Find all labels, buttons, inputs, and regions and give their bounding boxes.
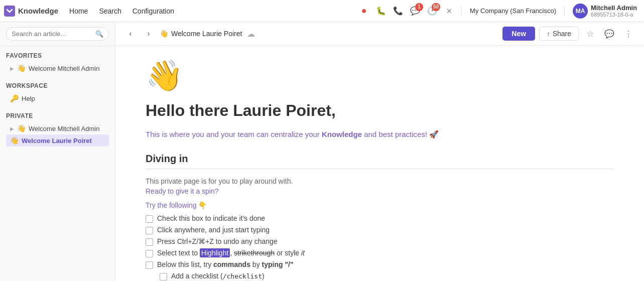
share-icon: ↑ xyxy=(547,30,550,38)
search-icon: 🔍 xyxy=(95,30,103,38)
nav-search[interactable]: Search xyxy=(94,5,126,17)
checkbox-1[interactable] xyxy=(146,227,153,234)
checklist-item-0: Check this box to indicate it's done xyxy=(146,214,614,223)
user-menu[interactable]: MA Mitchell Admin 68955713-18-0-a xyxy=(570,3,640,20)
checkbox-2[interactable] xyxy=(146,238,153,246)
sub-item-0: Add a checklist (/checklist) xyxy=(160,272,614,280)
more-button[interactable]: ⋮ xyxy=(621,26,636,41)
private-section: Private ▶ 👋 Welcome Mitchell Admin 👋 Wel… xyxy=(0,106,115,149)
main-menu: Home Search Configuration xyxy=(64,5,179,17)
back-button[interactable]: ‹ xyxy=(123,27,138,41)
main-layout: 🔍 Favorites ▶ 👋 Welcome Mitchell Admin W… xyxy=(0,22,644,281)
highlight-text: Highlight xyxy=(200,248,230,257)
checklist-text-4: Below this list, try commands by typing … xyxy=(157,260,294,268)
checklist-item-2: Press Ctrl+Z/⌘+Z to undo any change xyxy=(146,237,614,246)
sidebar-item-help[interactable]: 🔑 Help xyxy=(6,92,109,104)
dot-status-icon[interactable]: ● xyxy=(357,4,371,18)
app-name: Knowledge xyxy=(18,7,58,15)
emoji-0: 👋 xyxy=(17,124,26,132)
clock-badge: 50 xyxy=(432,3,440,11)
app-logo-icon xyxy=(4,6,15,17)
bug-icon[interactable]: 🐛 xyxy=(374,4,388,18)
checklist-text-1: Click anywhere, and just start typing xyxy=(157,226,270,234)
checklist-item-1: Click anywhere, and just start typing xyxy=(146,226,614,234)
user-info: Mitchell Admin 68955713-18-0-a xyxy=(591,4,637,18)
section-title: Diving in xyxy=(146,153,614,165)
strikethrough-text: strikethrough xyxy=(234,249,275,257)
nav-divider-2 xyxy=(564,6,565,16)
article-title: Hello there Laurie Poiret, xyxy=(146,101,614,120)
nav-configuration[interactable]: Configuration xyxy=(127,5,179,17)
checklist: Check this box to indicate it's done Cli… xyxy=(146,214,614,281)
breadcrumb-cloud-icon: ☁ xyxy=(247,29,255,39)
nav-home[interactable]: Home xyxy=(64,5,93,17)
subtitle-after: and best practices! 🚀 xyxy=(362,130,439,138)
user-avatar: MA xyxy=(573,4,588,19)
workspace-section: Workspace 🔑 Help xyxy=(0,76,115,106)
checklist-item-4: Below this list, try commands by typing … xyxy=(146,260,614,269)
chat-icon[interactable]: 💬 1 xyxy=(408,4,422,18)
sidebar-item-favorites-0[interactable]: ▶ 👋 Welcome Mitchell Admin xyxy=(6,62,109,74)
item-label: Welcome Mitchell Admin xyxy=(29,65,99,72)
star-button[interactable]: ☆ xyxy=(583,26,598,41)
section-divider xyxy=(146,169,614,169)
share-button[interactable]: ↑ Share xyxy=(539,27,579,41)
item-emoji-key: 🔑 xyxy=(10,94,19,102)
italic-text: it xyxy=(301,249,305,257)
sidebar-item-private-1[interactable]: 👋 Welcome Laurie Poiret xyxy=(6,134,109,147)
breadcrumb: 👋 Welcome Laurie Poiret ☁ xyxy=(160,29,498,39)
checklist-text-0: Check this box to indicate it's done xyxy=(157,214,265,222)
nav-divider xyxy=(461,6,462,16)
breadcrumb-emoji: 👋 xyxy=(160,30,168,38)
favorites-label: Favorites xyxy=(6,52,109,59)
checklist-text-3: Select text to Highlight, strikethrough … xyxy=(157,249,305,257)
close-icon[interactable]: ✕ xyxy=(442,4,456,18)
workspace-label: Workspace xyxy=(6,82,109,89)
item-label-help: Help xyxy=(22,95,35,102)
code-checklist: /checklist xyxy=(223,272,262,280)
checklist-text-2: Press Ctrl+Z/⌘+Z to undo any change xyxy=(157,237,278,245)
article-subtitle: This is where you and your team can cent… xyxy=(146,130,614,139)
article-wave-emoji: 👋 xyxy=(146,58,614,93)
arrow-icon-0: ▶ xyxy=(10,126,14,131)
comment-button[interactable]: 💬 xyxy=(602,26,617,41)
top-navigation: Knowledge Home Search Configuration ● 🐛 … xyxy=(0,0,644,22)
sub-checklist: Add a checklist (/checklist) Add a separ… xyxy=(146,272,614,281)
forward-button[interactable]: › xyxy=(142,27,156,41)
private-label: Private xyxy=(6,112,109,119)
new-button[interactable]: New xyxy=(502,27,535,41)
sidebar-item-private-0[interactable]: ▶ 👋 Welcome Mitchell Admin xyxy=(6,122,109,134)
user-name: Mitchell Admin xyxy=(591,4,637,12)
checkbox-3[interactable] xyxy=(146,250,153,257)
article-body: 👋 Hello there Laurie Poiret, This is whe… xyxy=(115,46,644,281)
breadcrumb-text: Welcome Laurie Poiret xyxy=(171,30,242,38)
sub-checkbox-0[interactable] xyxy=(160,273,167,280)
search-input[interactable] xyxy=(12,30,92,38)
chat-badge: 1 xyxy=(415,3,423,11)
label-0: Welcome Mitchell Admin xyxy=(29,125,99,132)
user-id: 68955713-18-0-a xyxy=(591,12,637,18)
company-name[interactable]: My Company (San Francisco) xyxy=(467,7,559,15)
content-area: ‹ › 👋 Welcome Laurie Poiret ☁ New ↑ Shar… xyxy=(115,22,644,281)
checklist-item-3: Select text to Highlight, strikethrough … xyxy=(146,249,614,257)
logo[interactable]: Knowledge xyxy=(4,6,58,17)
search-container: 🔍 xyxy=(0,22,115,46)
label-1: Welcome Laurie Poiret xyxy=(22,137,92,145)
article-para-1: This private page is for you to play aro… xyxy=(146,177,614,185)
search-box[interactable]: 🔍 xyxy=(6,27,109,41)
checkbox-4[interactable] xyxy=(146,261,153,269)
try-text: Try the following 👇 xyxy=(146,201,614,209)
nav-icon-group: ● 🐛 📞 💬 1 🕐 50 ✕ My Company (San Francis… xyxy=(357,3,640,20)
svg-rect-0 xyxy=(4,6,15,17)
commands-bold: commands xyxy=(213,260,250,268)
clock-icon[interactable]: 🕐 50 xyxy=(425,4,439,18)
subtitle-bold: Knowledge xyxy=(322,130,362,138)
toolbar-actions: New ↑ Share ☆ 💬 ⋮ xyxy=(502,26,636,41)
typing-bold: typing "/" xyxy=(262,260,294,268)
emoji-1: 👋 xyxy=(10,136,19,145)
sub-text-0: Add a checklist (/checklist) xyxy=(171,272,265,280)
favorites-section: Favorites ▶ 👋 Welcome Mitchell Admin xyxy=(0,46,115,76)
checkbox-0[interactable] xyxy=(146,215,153,223)
arrow-icon: ▶ xyxy=(10,66,14,71)
phone-icon[interactable]: 📞 xyxy=(391,4,405,18)
